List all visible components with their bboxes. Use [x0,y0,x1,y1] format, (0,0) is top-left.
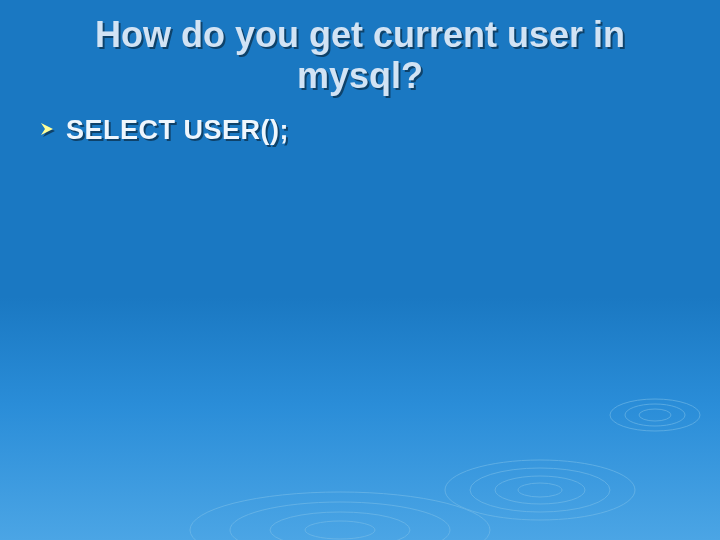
bullet-text: SELECT USER(); [66,115,289,146]
bullet-item: SELECT USER(); [38,115,682,146]
slide-body: SELECT USER(); [0,97,720,146]
svg-point-6 [495,476,585,504]
slide-title: How do you get current user in mysql? [0,0,720,97]
chevron-right-icon [38,115,56,143]
svg-point-4 [445,460,635,520]
svg-point-9 [625,404,685,426]
svg-point-2 [270,512,410,540]
svg-point-10 [639,409,671,421]
svg-point-8 [610,399,700,431]
svg-marker-11 [41,123,53,135]
svg-point-0 [190,492,490,540]
svg-point-5 [470,468,610,512]
svg-point-1 [230,502,450,540]
svg-point-7 [518,483,562,497]
svg-point-3 [305,521,375,539]
slide: How do you get current user in mysql? SE… [0,0,720,540]
